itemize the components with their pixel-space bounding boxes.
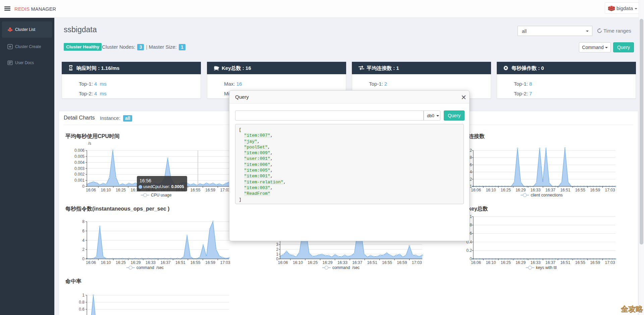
svg-text:6: 6 bbox=[82, 229, 85, 233]
svg-text:16:59: 16:59 bbox=[205, 188, 215, 192]
svg-text:0.8: 0.8 bbox=[79, 300, 85, 305]
svg-text:16:25: 16:25 bbox=[116, 188, 126, 192]
svg-text:16:25: 16:25 bbox=[501, 260, 511, 265]
svg-text:0.6: 0.6 bbox=[79, 307, 85, 312]
svg-text:0.006: 0.006 bbox=[74, 148, 85, 153]
svg-text:0.004: 0.004 bbox=[74, 160, 85, 165]
svg-text:16:29: 16:29 bbox=[516, 260, 526, 265]
svg-text:client connections: client connections bbox=[531, 193, 562, 197]
svg-text:1: 1 bbox=[82, 293, 85, 298]
svg-text:0: 0 bbox=[82, 184, 85, 189]
svg-text:16:10: 16:10 bbox=[101, 188, 111, 192]
svg-text:16:37: 16:37 bbox=[160, 260, 170, 265]
svg-text:16:59: 16:59 bbox=[590, 188, 600, 192]
svg-text:keys with ttl: keys with ttl bbox=[536, 265, 557, 270]
svg-text:16:29: 16:29 bbox=[322, 260, 332, 265]
svg-text:16:55: 16:55 bbox=[382, 260, 392, 265]
svg-text:16:33: 16:33 bbox=[531, 260, 541, 265]
svg-text:16:10: 16:10 bbox=[486, 188, 496, 192]
svg-text:16:33: 16:33 bbox=[531, 188, 541, 192]
svg-text:0: 0 bbox=[82, 257, 85, 261]
svg-text:16:29: 16:29 bbox=[130, 260, 141, 265]
svg-text:17:03: 17:03 bbox=[605, 260, 615, 265]
svg-text:16:55: 16:55 bbox=[575, 260, 585, 265]
svg-text:2: 2 bbox=[82, 247, 85, 252]
svg-text:16:55: 16:55 bbox=[575, 188, 585, 192]
svg-text:command /sec: command /sec bbox=[137, 265, 164, 270]
svg-text:2: 2 bbox=[276, 247, 278, 252]
svg-text:16:10: 16:10 bbox=[101, 260, 111, 265]
svg-text:16:06: 16:06 bbox=[278, 260, 288, 265]
svg-text:16:51: 16:51 bbox=[367, 260, 377, 265]
svg-text:16:59: 16:59 bbox=[205, 260, 215, 265]
svg-text:1: 1 bbox=[470, 214, 472, 219]
svg-text:16:10: 16:10 bbox=[486, 260, 496, 265]
svg-text:16:59: 16:59 bbox=[590, 260, 600, 265]
svg-text:16:06: 16:06 bbox=[86, 188, 96, 192]
svg-text:16:51: 16:51 bbox=[175, 260, 185, 265]
svg-text:16:06: 16:06 bbox=[471, 260, 481, 265]
svg-text:16:51: 16:51 bbox=[560, 260, 570, 265]
svg-text:0.001: 0.001 bbox=[74, 178, 85, 183]
svg-text:16:55: 16:55 bbox=[190, 260, 200, 265]
svg-text:17:03: 17:03 bbox=[220, 260, 230, 265]
svg-text:16:55: 16:55 bbox=[190, 188, 200, 192]
svg-text:0.2: 0.2 bbox=[466, 248, 472, 253]
svg-text:16:37: 16:37 bbox=[545, 260, 555, 265]
svg-text:16:06: 16:06 bbox=[86, 260, 96, 265]
svg-text:16:25: 16:25 bbox=[308, 260, 318, 265]
svg-text:0.002: 0.002 bbox=[74, 172, 85, 177]
svg-text:17:03: 17:03 bbox=[605, 188, 615, 192]
svg-text:0.005: 0.005 bbox=[74, 154, 85, 159]
svg-text:16:25: 16:25 bbox=[116, 260, 126, 265]
svg-text:/s: /s bbox=[88, 141, 91, 146]
svg-text:16:37: 16:37 bbox=[545, 188, 555, 192]
svg-text:1: 1 bbox=[276, 252, 278, 257]
svg-text:3: 3 bbox=[276, 242, 278, 247]
svg-text:CPU usage: CPU usage bbox=[151, 193, 172, 197]
svg-text:command /sec: command /sec bbox=[332, 265, 360, 270]
svg-text:16:25: 16:25 bbox=[501, 188, 511, 192]
svg-text:2: 2 bbox=[470, 148, 472, 153]
svg-text:16:33: 16:33 bbox=[146, 260, 156, 265]
svg-text:16:10: 16:10 bbox=[293, 260, 303, 265]
svg-text:4: 4 bbox=[82, 238, 85, 243]
svg-text:16:33: 16:33 bbox=[337, 260, 347, 265]
svg-text:16:51: 16:51 bbox=[560, 188, 570, 192]
svg-text:16:06: 16:06 bbox=[471, 188, 481, 192]
svg-text:16:37: 16:37 bbox=[352, 260, 362, 265]
svg-text:16:29: 16:29 bbox=[516, 188, 526, 192]
svg-text:17:03: 17:03 bbox=[412, 260, 422, 265]
svg-text:8: 8 bbox=[82, 219, 85, 224]
svg-text:16:59: 16:59 bbox=[397, 260, 407, 265]
svg-text:0.003: 0.003 bbox=[74, 166, 85, 171]
